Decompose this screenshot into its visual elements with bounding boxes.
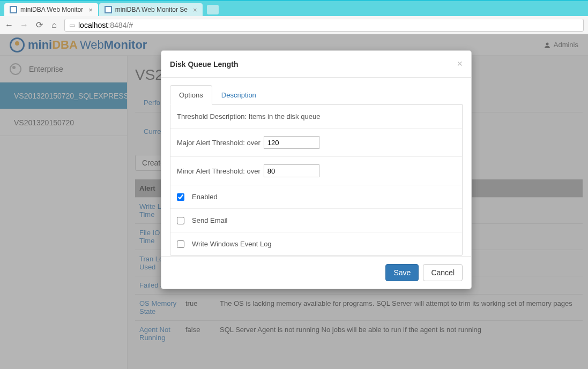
address-bar: ← → ⟳ ⌂ ▭ localhost:8484/# [0,16,588,34]
enabled-label: Enabled [192,193,218,201]
cancel-button[interactable]: Cancel [423,264,463,281]
url-input[interactable]: ▭ localhost:8484/# [64,19,584,32]
enabled-row: Enabled [170,185,462,209]
tab-description[interactable]: Description [212,85,265,105]
modal-footer: Save Cancel [161,256,471,289]
modal-dialog: Disk Queue Length × Options Description … [161,50,472,289]
event-log-row: Write Windows Event Log [170,232,462,255]
minor-threshold-row: Minor Alert Threshold: over [170,157,462,185]
event-log-label: Write Windows Event Log [192,240,272,248]
major-threshold-input[interactable] [264,136,319,149]
event-log-checkbox[interactable] [177,240,184,248]
major-threshold-row: Major Alert Threshold: over [170,129,462,157]
save-button[interactable]: Save [385,264,419,281]
threshold-description: Threshold Description: Items in the disk… [170,105,462,129]
favicon-icon [10,6,17,13]
url-host: localhost [78,21,108,29]
modal-header: Disk Queue Length × [161,51,471,78]
major-threshold-label: Major Alert Threshold: over [177,139,260,147]
send-email-checkbox[interactable] [177,217,184,224]
send-email-row: Send Email [170,209,462,232]
new-tab-button[interactable] [207,5,219,14]
svg-rect-1 [11,7,16,12]
home-icon[interactable]: ⌂ [49,20,59,30]
options-panel: Threshold Description: Items in the disk… [170,105,463,256]
modal-body: Options Description Threshold Descriptio… [161,78,471,256]
page-icon: ▭ [69,21,75,29]
modal-title: Disk Queue Length [170,60,457,69]
close-icon[interactable]: × [88,6,93,14]
tab-strip: miniDBA Web Monitor × miniDBA Web Monito… [0,1,588,16]
tab-options[interactable]: Options [170,85,212,105]
back-icon[interactable]: ← [4,20,14,30]
browser-tab-inactive[interactable]: miniDBA Web Monitor Se × [99,3,203,16]
browser-chrome: miniDBA Web Monitor × miniDBA Web Monito… [0,0,588,34]
favicon-icon [105,6,112,13]
send-email-label: Send Email [192,216,227,224]
close-icon[interactable]: × [193,6,197,14]
reload-icon[interactable]: ⟳ [34,20,44,30]
minor-threshold-label: Minor Alert Threshold: over [177,167,260,175]
modal-tabs: Options Description [170,85,463,105]
browser-tab-label: miniDBA Web Monitor Se [115,6,188,13]
enabled-checkbox[interactable] [177,193,184,201]
url-path: :8484/# [108,21,133,29]
forward-icon[interactable]: → [19,20,29,30]
svg-rect-3 [106,7,111,12]
browser-tab-active[interactable]: miniDBA Web Monitor × [4,3,98,16]
minor-threshold-input[interactable] [264,164,319,177]
browser-tab-label: miniDBA Web Monitor [20,6,83,13]
close-icon[interactable]: × [457,58,463,70]
